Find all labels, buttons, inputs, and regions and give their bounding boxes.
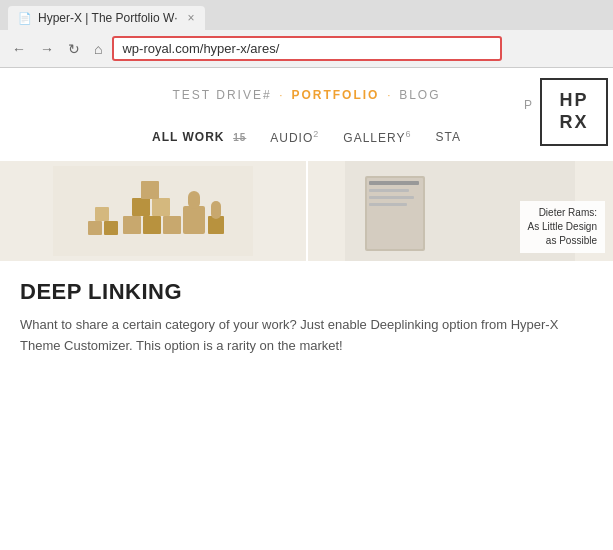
- svg-rect-8: [104, 221, 118, 235]
- filter-all-work-label: ALL WORK: [152, 130, 224, 144]
- svg-rect-16: [367, 178, 423, 249]
- forward-button[interactable]: →: [36, 39, 58, 59]
- svg-rect-1: [123, 216, 141, 234]
- url-input[interactable]: wp-royal.com/hyper-x/ares/: [112, 36, 502, 61]
- portfolio-grid: Dieter Rams: As Little Design as Possibl…: [0, 161, 613, 261]
- portfolio-item-1-image: [0, 161, 306, 261]
- svg-rect-17: [369, 181, 419, 185]
- svg-rect-11: [188, 191, 200, 209]
- item-overlay-suffix: as Possible: [528, 234, 597, 248]
- nav-portfolio[interactable]: PORTFOLIO: [291, 88, 379, 102]
- portfolio-item-2-overlay: Dieter Rams: As Little Design as Possibl…: [520, 201, 605, 253]
- item-overlay-subtitle: As Little Design: [528, 220, 597, 234]
- nav-links: TEST DRIVE# · PORTFOLIO · BLOG: [172, 88, 440, 102]
- toy-blocks-svg: [53, 166, 253, 256]
- filter-audio-label: AUDIO: [270, 131, 313, 145]
- home-button[interactable]: ⌂: [90, 39, 106, 59]
- nav-blog[interactable]: BLOG: [399, 88, 440, 102]
- site-nav: TEST DRIVE# · PORTFOLIO · BLOG HP RX P: [0, 68, 613, 117]
- browser-tab[interactable]: 📄 Hyper-X | The Portfolio W· ×: [8, 6, 205, 30]
- filter-sta-label: STA: [435, 130, 460, 144]
- site-logo[interactable]: HP RX: [540, 78, 608, 146]
- svg-rect-5: [152, 198, 170, 216]
- description-heading: DEEP LINKING: [20, 279, 593, 305]
- address-bar: ← → ↻ ⌂ wp-royal.com/hyper-x/ares/: [0, 30, 613, 67]
- portfolio-item-1[interactable]: [0, 161, 306, 261]
- filter-audio-count: 2: [313, 129, 319, 139]
- filter-all-work[interactable]: ALL WORK 15: [140, 126, 258, 148]
- filter-tabs: ALL WORK 15 AUDIO2 GALLERY6 STA: [0, 117, 613, 161]
- svg-rect-9: [95, 207, 109, 221]
- nav-dot-2: ·: [387, 90, 391, 101]
- svg-rect-4: [132, 198, 150, 216]
- description-body: Whant to share a certain category of you…: [20, 315, 593, 357]
- browser-chrome: 📄 Hyper-X | The Portfolio W· × ← → ↻ ⌂ w…: [0, 0, 613, 68]
- nav-test-drive[interactable]: TEST DRIVE#: [172, 88, 271, 102]
- svg-rect-10: [183, 206, 205, 234]
- logo-top: HP: [559, 90, 588, 112]
- svg-rect-13: [211, 201, 221, 219]
- nav-dot-1: ·: [280, 90, 284, 101]
- svg-rect-3: [163, 216, 181, 234]
- filter-sta[interactable]: STA: [423, 126, 472, 148]
- tab-favicon: 📄: [18, 12, 32, 25]
- nav-extra-item[interactable]: P: [524, 98, 533, 112]
- portfolio-item-2[interactable]: Dieter Rams: As Little Design as Possibl…: [308, 161, 614, 261]
- tab-close-button[interactable]: ×: [188, 11, 195, 25]
- svg-rect-19: [369, 196, 414, 199]
- svg-rect-7: [88, 221, 102, 235]
- filter-gallery[interactable]: GALLERY6: [331, 125, 423, 149]
- page-content: TEST DRIVE# · PORTFOLIO · BLOG HP RX P A…: [0, 68, 613, 546]
- back-button[interactable]: ←: [8, 39, 30, 59]
- filter-gallery-count: 6: [405, 129, 411, 139]
- item-overlay-title: Dieter Rams:: [528, 206, 597, 220]
- tab-title: Hyper-X | The Portfolio W·: [38, 11, 178, 25]
- filter-audio[interactable]: AUDIO2: [258, 125, 331, 149]
- description-section: DEEP LINKING Whant to share a certain ca…: [0, 261, 613, 375]
- svg-rect-2: [143, 216, 161, 234]
- filter-gallery-label: GALLERY: [343, 131, 405, 145]
- refresh-button[interactable]: ↻: [64, 39, 84, 59]
- filter-all-work-count: 15: [233, 132, 246, 143]
- svg-rect-20: [369, 203, 407, 206]
- logo-bottom: RX: [559, 112, 588, 134]
- svg-rect-18: [369, 189, 409, 192]
- tab-bar: 📄 Hyper-X | The Portfolio W· ×: [0, 0, 613, 30]
- svg-rect-6: [141, 181, 159, 199]
